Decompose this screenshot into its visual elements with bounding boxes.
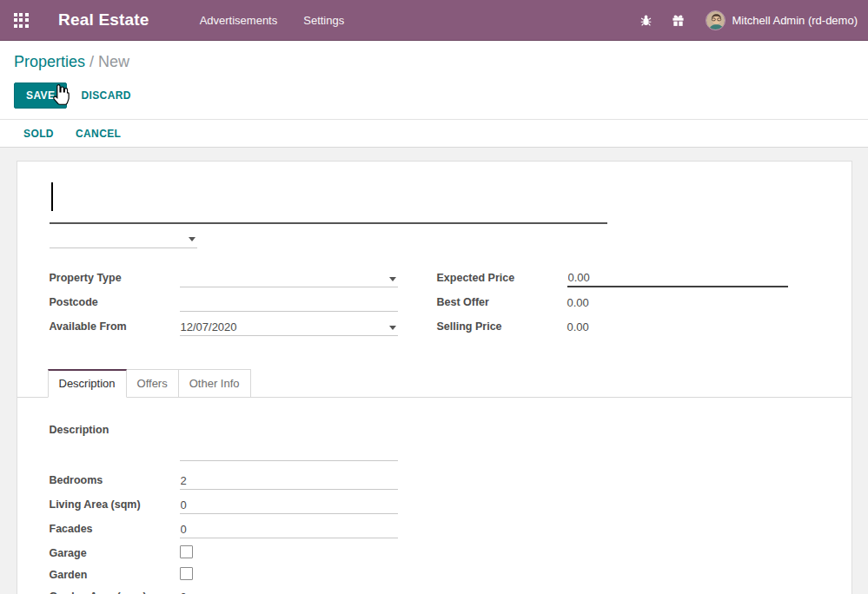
menu-item-advertisements[interactable]: Advertisements	[198, 10, 280, 30]
cancel-button[interactable]: CANCEL	[76, 128, 121, 140]
chevron-down-icon	[389, 277, 396, 281]
selling-price-value: 0.00	[567, 318, 589, 336]
property-name-input[interactable]	[50, 175, 607, 221]
app-brand-title[interactable]: Real Estate	[58, 10, 149, 30]
property-type-label: Property Type	[50, 269, 180, 287]
description-tab-content: Description Bedrooms Living Area (sqm)	[17, 398, 851, 594]
tab-offers[interactable]: Offers	[127, 369, 179, 398]
facades-input[interactable]	[180, 520, 398, 538]
discard-button[interactable]: DISCARD	[81, 89, 130, 102]
field-row-available-from: Available From	[50, 318, 398, 336]
gift-icon[interactable]	[672, 14, 685, 27]
avatar[interactable]	[706, 10, 726, 30]
apps-menu-button[interactable]	[0, 0, 42, 41]
user-menu[interactable]: Mitchell Admin (rd-demo)	[732, 14, 858, 27]
apps-grid-icon	[14, 13, 29, 28]
postcode-label: Postcode	[50, 294, 180, 312]
bug-icon[interactable]	[639, 14, 653, 27]
sold-button[interactable]: SOLD	[23, 128, 54, 140]
garden-checkbox[interactable]	[180, 567, 193, 580]
garage-checkbox[interactable]	[180, 545, 193, 558]
control-panel: Properties / New SAVE DISCARD	[0, 41, 868, 119]
field-row-description: Description	[50, 421, 398, 465]
property-name-field-wrap	[50, 175, 607, 224]
tab-other-info[interactable]: Other Info	[179, 369, 251, 398]
right-field-column: Expected Price Best Offer 0.00 Selling P…	[437, 269, 788, 342]
garden-area-label: Garden Area (sqm)	[50, 588, 180, 594]
field-row-expected-price: Expected Price	[437, 269, 788, 287]
best-offer-value: 0.00	[567, 294, 589, 312]
field-row-postcode: Postcode	[50, 294, 398, 312]
form-view-background: Property Type Postcode Available From	[0, 148, 868, 594]
menu-item-settings[interactable]: Settings	[301, 10, 346, 30]
available-from-datepicker[interactable]	[180, 318, 398, 336]
field-row-garden-area: Garden Area (sqm)	[50, 588, 398, 594]
expected-price-label: Expected Price	[437, 269, 567, 287]
expected-price-input[interactable]	[567, 269, 788, 287]
description-textarea[interactable]	[180, 421, 398, 456]
garage-label: Garage	[50, 544, 180, 560]
selling-price-label: Selling Price	[437, 318, 567, 336]
save-button[interactable]: SAVE	[14, 82, 67, 109]
tags-select-field[interactable]	[50, 226, 197, 248]
field-row-selling-price: Selling Price 0.00	[437, 318, 788, 336]
living-area-input[interactable]	[180, 496, 398, 514]
field-row-property-type: Property Type	[50, 269, 398, 287]
living-area-label: Living Area (sqm)	[50, 496, 180, 514]
best-offer-label: Best Offer	[437, 294, 567, 312]
main-field-group: Property Type Postcode Available From	[50, 269, 819, 342]
bedrooms-label: Bedrooms	[50, 472, 180, 490]
field-row-garden: Garden	[50, 566, 398, 582]
chevron-down-icon	[189, 237, 195, 241]
garden-label: Garden	[50, 566, 180, 582]
postcode-field[interactable]	[180, 294, 398, 312]
available-from-input[interactable]	[180, 318, 398, 336]
form-sheet: Property Type Postcode Available From	[17, 161, 852, 594]
tab-description[interactable]: Description	[48, 369, 127, 398]
bedrooms-input[interactable]	[180, 472, 398, 490]
systray: Mitchell Admin (rd-demo)	[620, 10, 868, 30]
field-row-living-area: Living Area (sqm)	[50, 496, 398, 514]
property-type-input[interactable]	[180, 269, 398, 287]
field-row-best-offer: Best Offer 0.00	[437, 294, 788, 312]
field-row-bedrooms: Bedrooms	[50, 472, 398, 490]
expected-price-field[interactable]	[567, 269, 788, 287]
top-menu: Advertisements Settings	[198, 10, 347, 30]
control-panel-buttons: SAVE DISCARD	[14, 82, 854, 109]
notebook: Description Offers Other Info Descriptio…	[17, 368, 851, 594]
field-row-garage: Garage	[50, 544, 398, 560]
left-field-column: Property Type Postcode Available From	[50, 269, 398, 342]
notebook-tabs: Description Offers Other Info	[17, 368, 851, 398]
chevron-down-icon	[389, 326, 396, 330]
available-from-label: Available From	[50, 318, 180, 336]
breadcrumb-properties-link[interactable]: Properties	[14, 53, 85, 70]
living-area-field[interactable]	[180, 496, 398, 514]
facades-field[interactable]	[180, 520, 398, 538]
breadcrumb-current: New	[98, 53, 129, 70]
garden-area-input[interactable]	[180, 588, 398, 594]
bedrooms-field[interactable]	[180, 472, 398, 490]
postcode-input[interactable]	[180, 294, 398, 312]
form-statusbar: SOLD CANCEL	[0, 119, 868, 148]
top-navbar: Real Estate Advertisements Settings	[0, 0, 868, 41]
description-textarea-wrap[interactable]	[180, 421, 398, 461]
breadcrumb-separator: /	[85, 53, 98, 70]
property-type-select[interactable]	[180, 269, 398, 287]
description-label: Description	[50, 421, 180, 465]
breadcrumb: Properties / New	[14, 53, 854, 71]
text-cursor-caret	[51, 182, 53, 211]
garden-area-field[interactable]	[180, 588, 398, 594]
field-row-facades: Facades	[50, 520, 398, 538]
facades-label: Facades	[50, 520, 180, 538]
